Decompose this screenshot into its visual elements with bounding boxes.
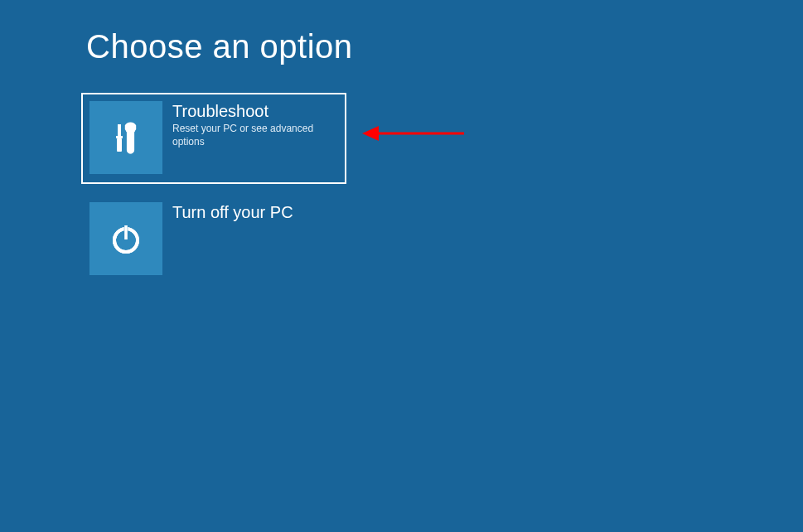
svg-rect-6 bbox=[124, 225, 128, 239]
options-list: Troubleshoot Reset your PC or see advanc… bbox=[81, 93, 346, 295]
option-turn-off[interactable]: Turn off your PC bbox=[81, 194, 346, 285]
svg-rect-1 bbox=[116, 136, 123, 138]
option-turn-off-title: Turn off your PC bbox=[172, 202, 293, 222]
power-icon bbox=[89, 202, 162, 275]
svg-rect-2 bbox=[117, 138, 122, 152]
option-turn-off-text: Turn off your PC bbox=[162, 202, 293, 224]
tools-icon bbox=[89, 101, 162, 174]
svg-marker-8 bbox=[362, 126, 379, 141]
svg-rect-0 bbox=[118, 124, 121, 136]
page-title: Choose an option bbox=[86, 28, 353, 65]
option-troubleshoot-subtitle: Reset your PC or see advanced options bbox=[172, 123, 338, 148]
option-troubleshoot-text: Troubleshoot Reset your PC or see advanc… bbox=[162, 101, 338, 148]
option-troubleshoot[interactable]: Troubleshoot Reset your PC or see advanc… bbox=[81, 93, 346, 184]
annotation-arrow-icon bbox=[360, 121, 468, 146]
option-troubleshoot-title: Troubleshoot bbox=[172, 101, 338, 121]
